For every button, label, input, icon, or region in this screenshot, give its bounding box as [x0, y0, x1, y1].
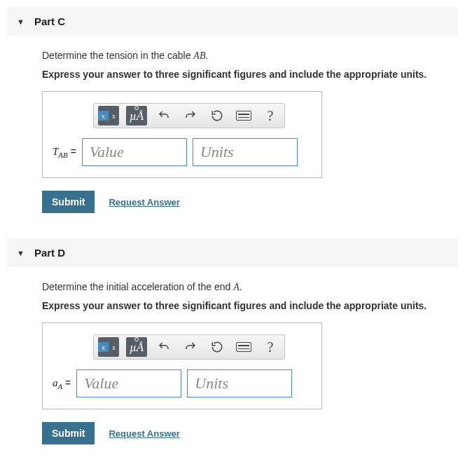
- prompt-text: Determine the initial acceleration of th…: [42, 281, 450, 293]
- value-input[interactable]: Value: [82, 138, 187, 166]
- submit-button[interactable]: Submit: [42, 191, 95, 213]
- format-template-button[interactable]: xx xx: [98, 337, 119, 357]
- input-row: TAB = Value Units: [53, 138, 312, 166]
- request-answer-link[interactable]: Request Answer: [109, 197, 179, 208]
- reset-icon[interactable]: [207, 337, 227, 357]
- equation-toolbar: xx xx µÅ ?: [93, 103, 285, 128]
- value-input[interactable]: Value: [76, 369, 181, 397]
- undo-icon[interactable]: [154, 106, 174, 125]
- equation-toolbar: xx xx µÅ ?: [93, 334, 285, 360]
- collapse-caret-icon: ▼: [17, 249, 25, 257]
- variable-label: TAB =: [53, 146, 76, 159]
- units-mu-button[interactable]: µÅ: [126, 106, 147, 125]
- undo-icon[interactable]: [154, 337, 174, 357]
- keyboard-icon[interactable]: [234, 106, 254, 125]
- redo-icon[interactable]: [181, 106, 200, 125]
- collapse-caret-icon: ▼: [17, 18, 25, 26]
- part-block: ▼ Part D Determine the initial accelerat…: [7, 238, 458, 453]
- reset-icon[interactable]: [207, 106, 227, 125]
- request-answer-link[interactable]: Request Answer: [109, 428, 179, 439]
- actions-row: Submit Request Answer: [42, 191, 450, 213]
- units-input[interactable]: Units: [193, 138, 298, 166]
- part-header[interactable]: ▼ Part C: [7, 7, 458, 36]
- format-template-button[interactable]: xx xx: [98, 106, 119, 125]
- part-block: ▼ Part C Determine the tension in the ca…: [7, 7, 458, 222]
- part-title: Part C: [34, 15, 65, 27]
- part-body: Determine the tension in the cable AB. E…: [7, 36, 458, 222]
- prompt-text: Determine the tension in the cable AB.: [42, 50, 450, 62]
- instruction-text: Express your answer to three significant…: [42, 69, 450, 80]
- keyboard-icon[interactable]: [234, 337, 254, 357]
- variable-label: aA =: [53, 377, 71, 390]
- help-button[interactable]: ?: [261, 106, 280, 125]
- instruction-text: Express your answer to three significant…: [42, 300, 450, 311]
- input-row: aA = Value Units: [53, 369, 312, 397]
- answer-frame: xx xx µÅ ? aA = Value Units: [42, 322, 322, 409]
- submit-button[interactable]: Submit: [42, 422, 95, 444]
- units-mu-button[interactable]: µÅ: [126, 337, 147, 357]
- help-button[interactable]: ?: [261, 337, 280, 357]
- answer-frame: xx xx µÅ ? TAB = Value Units: [42, 91, 322, 178]
- part-title: Part D: [34, 247, 65, 259]
- part-header[interactable]: ▼ Part D: [7, 238, 458, 267]
- part-body: Determine the initial acceleration of th…: [7, 267, 458, 453]
- redo-icon[interactable]: [181, 337, 200, 357]
- actions-row: Submit Request Answer: [42, 422, 450, 444]
- units-input[interactable]: Units: [187, 369, 292, 397]
